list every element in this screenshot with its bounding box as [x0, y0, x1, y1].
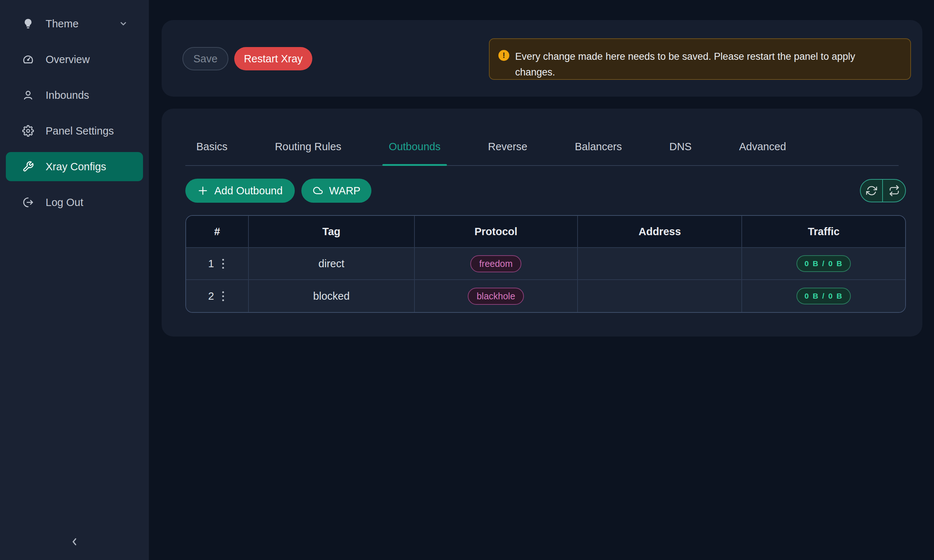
logout-icon	[22, 197, 34, 208]
save-button[interactable]: Save	[182, 47, 228, 70]
sidebar-collapse-button[interactable]	[0, 536, 149, 548]
wrench-icon	[22, 161, 34, 172]
sidebar: Theme Overview Inbounds	[0, 0, 149, 560]
tab-balancers[interactable]: Balancers	[568, 141, 628, 165]
reset-traffic-button[interactable]	[883, 180, 905, 202]
sidebar-item-log-out[interactable]: Log Out	[6, 188, 143, 217]
bulb-icon	[22, 18, 34, 29]
address-cell	[578, 280, 742, 312]
table-row: 2 blocked blackhole 0 B / 0 B	[186, 280, 905, 312]
tag-cell: direct	[249, 248, 415, 280]
traffic-badge: 0 B / 0 B	[797, 255, 851, 272]
user-icon	[22, 89, 34, 101]
warp-button[interactable]: WARP	[301, 178, 371, 203]
gauge-icon	[22, 54, 34, 65]
sidebar-item-theme[interactable]: Theme	[6, 9, 143, 38]
table-row: 1 direct freedom 0 B / 0 B	[186, 248, 905, 280]
sidebar-item-label: Xray Configs	[46, 161, 106, 173]
row-index: 1	[208, 258, 214, 270]
refresh-button[interactable]	[861, 180, 883, 202]
sidebar-item-label: Overview	[46, 54, 90, 66]
row-menu-icon[interactable]	[220, 257, 226, 271]
address-cell	[578, 248, 742, 280]
warning-icon: !	[498, 50, 509, 61]
main-content: Save Restart Xray ! Every change made he…	[149, 0, 934, 560]
outbounds-toolbar: Add Outbound WARP	[185, 178, 906, 203]
restart-xray-button[interactable]: Restart Xray	[234, 47, 312, 70]
table-header: # Tag Protocol Address Traffic	[186, 216, 905, 248]
tab-routing-rules[interactable]: Routing Rules	[268, 141, 348, 165]
protocol-badge: blackhole	[468, 288, 524, 305]
sidebar-item-xray-configs[interactable]: Xray Configs	[6, 152, 143, 181]
plus-icon	[197, 185, 208, 196]
tab-dns[interactable]: DNS	[663, 141, 698, 165]
protocol-badge: freedom	[470, 255, 521, 272]
table-actions-group	[860, 179, 906, 202]
outbounds-table: # Tag Protocol Address Traffic 1 direct	[185, 215, 906, 313]
sidebar-item-label: Log Out	[46, 197, 83, 209]
row-index: 2	[208, 290, 214, 302]
xray-config-card: Basics Routing Rules Outbounds Reverse B…	[162, 109, 922, 337]
tab-basics[interactable]: Basics	[190, 141, 234, 165]
gear-icon	[22, 125, 34, 137]
sidebar-item-panel-settings[interactable]: Panel Settings	[6, 116, 143, 145]
add-outbound-label: Add Outbound	[214, 185, 282, 197]
column-header-protocol: Protocol	[415, 216, 578, 248]
column-header-traffic: Traffic	[742, 216, 905, 248]
sidebar-item-label: Inbounds	[46, 89, 89, 102]
column-header-index: #	[186, 216, 249, 248]
sidebar-item-label: Panel Settings	[46, 125, 114, 137]
tab-outbounds[interactable]: Outbounds	[382, 141, 447, 165]
sidebar-item-inbounds[interactable]: Inbounds	[6, 81, 143, 110]
tab-reverse[interactable]: Reverse	[481, 141, 534, 165]
refresh-icon	[866, 185, 877, 196]
add-outbound-button[interactable]: Add Outbound	[185, 178, 295, 203]
chevron-left-icon	[69, 536, 80, 548]
warp-label: WARP	[329, 185, 361, 197]
tag-cell: blocked	[249, 280, 415, 312]
cloud-icon	[312, 185, 323, 196]
column-header-address: Address	[578, 216, 742, 248]
unsaved-changes-alert: ! Every change made here needs to be sav…	[489, 38, 911, 80]
repeat-icon	[889, 185, 900, 196]
chevron-down-icon	[119, 19, 128, 28]
tab-advanced[interactable]: Advanced	[733, 141, 793, 165]
config-tabs: Basics Routing Rules Outbounds Reverse B…	[185, 109, 899, 166]
column-header-tag: Tag	[249, 216, 415, 248]
alert-text: Every change made here needs to be saved…	[515, 49, 887, 80]
row-menu-icon[interactable]	[220, 289, 226, 303]
sidebar-item-label: Theme	[46, 18, 79, 30]
table-body: 1 direct freedom 0 B / 0 B	[186, 248, 905, 312]
traffic-badge: 0 B / 0 B	[797, 288, 851, 305]
actions-card: Save Restart Xray ! Every change made he…	[162, 20, 922, 97]
sidebar-item-overview[interactable]: Overview	[6, 45, 143, 74]
